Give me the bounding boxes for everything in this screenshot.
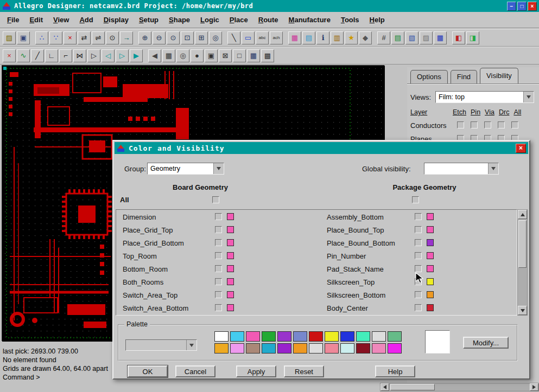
dimension-checkbox[interactable]	[215, 213, 222, 220]
layer-column-header[interactable]: Layer	[410, 108, 427, 116]
rats-all-icon[interactable]: ∵	[49, 31, 62, 44]
layer-link-drc[interactable]: Drc	[499, 108, 509, 116]
palette-color-0-11[interactable]	[388, 331, 402, 342]
conductors-checkbox-2[interactable]	[484, 121, 491, 128]
swap-layers-icon[interactable]: ⇄	[78, 31, 91, 44]
scroll-thumb[interactable]	[518, 220, 527, 268]
scripting-icon[interactable]: ◆	[359, 31, 372, 44]
ok-button[interactable]: OK	[128, 365, 168, 377]
menu-setup[interactable]: Setup	[137, 15, 160, 25]
palette-color-0-4[interactable]	[277, 331, 291, 342]
menu-route[interactable]: Route	[257, 15, 280, 25]
menu-logic[interactable]: Logic	[199, 15, 221, 25]
palette-color-1-0[interactable]	[214, 343, 229, 354]
snap-pick-icon[interactable]: ⊙	[106, 31, 119, 44]
tab-find[interactable]: Find	[451, 70, 477, 83]
all-package-checkbox[interactable]	[412, 196, 419, 203]
both-rooms-color-swatch[interactable]	[227, 278, 234, 285]
switch-area-top-checkbox[interactable]	[215, 291, 222, 298]
place-bound-bottom-checkbox[interactable]	[415, 239, 422, 246]
slide-slant-icon[interactable]: ╱	[31, 49, 44, 62]
target-origin-icon[interactable]: ◎	[176, 49, 189, 62]
palette-color-0-5[interactable]	[293, 331, 307, 342]
global-visibility-dropdown[interactable]	[424, 163, 499, 175]
play-route-icon[interactable]: ▶	[130, 49, 143, 62]
scroll-right-icon[interactable]	[530, 383, 538, 391]
assembly-bottom-checkbox[interactable]	[415, 213, 422, 220]
previous-view-icon[interactable]: ◀	[148, 49, 161, 62]
silkscreen-bottom-checkbox[interactable]	[415, 291, 422, 298]
window-titlebar[interactable]: Allegro Designer: netcamv2.brd Project: …	[0, 0, 539, 12]
mirror-flip-icon[interactable]: ⋈	[73, 49, 86, 62]
delete-element-icon[interactable]: ×	[64, 31, 77, 44]
apply-button[interactable]: Apply	[236, 365, 276, 377]
body-center-checkbox[interactable]	[415, 304, 422, 311]
dialog-close-button[interactable]: ×	[516, 144, 526, 153]
palette-dropdown-arrow-icon[interactable]	[186, 340, 196, 350]
zoom-world-icon[interactable]: ◎	[209, 31, 222, 44]
global-visibility-arrow-icon[interactable]	[488, 163, 498, 174]
add-text-icon[interactable]: abc	[256, 31, 269, 44]
show-measure-icon[interactable]: ▥	[331, 31, 344, 44]
switch-area-top-color-swatch[interactable]	[227, 291, 234, 298]
palette-color-1-8[interactable]	[340, 343, 354, 354]
add-vertex-icon[interactable]: ∿	[17, 49, 30, 62]
dialog-titlebar[interactable]: Color and Visibility ×	[115, 142, 528, 154]
film-select-icon[interactable]: ▦	[162, 49, 175, 62]
views-dropdown-arrow-icon[interactable]	[523, 92, 534, 102]
place-bound-top-color-swatch[interactable]	[427, 226, 434, 233]
edit-text-icon[interactable]: ach	[270, 31, 283, 44]
bottom-room-checkbox[interactable]	[215, 265, 222, 272]
swap-back-icon[interactable]: ⇌	[92, 31, 105, 44]
unrats-all-icon[interactable]: ∴	[35, 31, 48, 44]
save-drawing-icon[interactable]: ▣	[17, 31, 30, 44]
silkscreen-top-checkbox[interactable]	[415, 278, 422, 285]
scroll-down-icon[interactable]	[518, 306, 527, 315]
pad-display-icon[interactable]: ▣	[205, 49, 218, 62]
shape-display-icon[interactable]: □	[233, 49, 246, 62]
silkscreen-bottom-color-swatch[interactable]	[427, 291, 434, 298]
place-grid-top-color-swatch[interactable]	[227, 226, 234, 233]
shadow-mode-on-icon[interactable]: ◧	[452, 31, 465, 44]
corner-90-icon[interactable]: ∟	[45, 49, 58, 62]
conductors-checkbox-3[interactable]	[498, 121, 505, 128]
body-center-color-swatch[interactable]	[427, 304, 434, 311]
palette-color-1-1[interactable]	[230, 343, 244, 354]
pin-number-color-swatch[interactable]	[427, 252, 434, 259]
palette-color-0-3[interactable]	[262, 331, 276, 342]
top-room-color-swatch[interactable]	[227, 252, 234, 259]
palette-color-1-5[interactable]	[293, 343, 307, 354]
menu-help[interactable]: Help	[368, 15, 386, 25]
window-select-icon[interactable]: ▦	[247, 49, 260, 62]
layer-link-all[interactable]: All	[513, 108, 521, 116]
pin-number-checkbox[interactable]	[415, 252, 422, 259]
palette-color-1-3[interactable]	[262, 343, 276, 354]
probe-point-icon[interactable]: ●	[191, 49, 204, 62]
palette-color-0-10[interactable]	[372, 331, 386, 342]
group-dropdown-arrow-icon[interactable]	[213, 163, 224, 174]
tab-visibility[interactable]: Visibility	[480, 68, 518, 83]
cross-section-icon[interactable]: ▧	[405, 31, 418, 44]
zoom-center-icon[interactable]: ⊙	[167, 31, 180, 44]
bottom-room-color-swatch[interactable]	[227, 265, 234, 272]
route-next-icon[interactable]: →	[120, 31, 133, 44]
highlight-icon[interactable]: ★	[345, 31, 358, 44]
top-room-checkbox[interactable]	[215, 252, 222, 259]
bottom-scrollbar[interactable]	[380, 383, 539, 391]
place-bound-bottom-color-swatch[interactable]	[427, 239, 434, 246]
pad-stack-name-checkbox[interactable]	[415, 265, 422, 272]
layer-cabinet-icon[interactable]: ▤	[391, 31, 404, 44]
bubble-left-icon[interactable]: ◁	[102, 49, 115, 62]
palette-color-0-6[interactable]	[309, 331, 323, 342]
place-bound-top-checkbox[interactable]	[415, 226, 422, 233]
palette-color-0-8[interactable]	[340, 331, 354, 342]
menu-tools[interactable]: Tools	[339, 15, 361, 25]
palette-color-1-4[interactable]	[277, 343, 291, 354]
assign-color-icon[interactable]: ▨	[420, 31, 433, 44]
palette-color-1-10[interactable]	[372, 343, 386, 354]
window-close-button[interactable]: ×	[528, 2, 537, 11]
menu-shape[interactable]: Shape	[167, 15, 192, 25]
palette-color-0-7[interactable]	[325, 331, 339, 342]
switch-area-bottom-checkbox[interactable]	[215, 304, 222, 311]
modify-button[interactable]: Modify...	[463, 337, 509, 349]
